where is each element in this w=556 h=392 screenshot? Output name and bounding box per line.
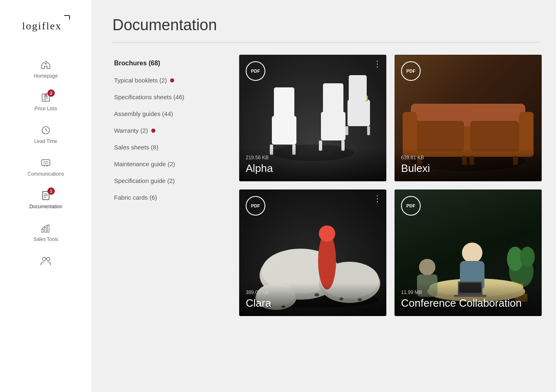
sidebar-item-documentation-label: Documentation	[29, 204, 63, 209]
home-icon	[40, 59, 52, 71]
filter-typical-booklets-label: Typical booklets (2)	[114, 77, 167, 84]
sidebar-item-price-lists-label: Price Lists	[34, 106, 57, 111]
sidebar-item-documentation[interactable]: 1 Documentation	[0, 183, 92, 216]
card-bulexi-name: Bulexi	[401, 162, 535, 175]
sidebar-item-communications[interactable]: Communications	[0, 151, 92, 183]
main-content: Documentation Brochures (68) Typical boo…	[92, 0, 556, 392]
sidebar-item-lead-time[interactable]: Lead Time	[0, 118, 92, 151]
filter-fabric-cards[interactable]: Fabric cards (6)	[112, 189, 227, 206]
typical-booklets-dot	[170, 78, 174, 82]
card-bulexi-info: 639.61 KB Bulexi	[395, 148, 542, 181]
card-bulexi[interactable]: PDF 639.61 KB Bulexi	[395, 55, 542, 181]
svg-rect-37	[323, 83, 343, 114]
sidebar-item-sales-tools[interactable]: Sales Tools	[0, 216, 92, 249]
sidebar-item-price-lists[interactable]: $ 2 Price Lists	[0, 85, 92, 118]
card-clara-filesize: 389.05 KB	[246, 290, 380, 295]
svg-rect-40	[345, 126, 348, 135]
card-conference-filesize: 11.99 MB	[401, 290, 535, 295]
page-title: Documentation	[112, 16, 540, 34]
price-lists-badge: 2	[47, 89, 55, 97]
card-alpha-menu[interactable]: ⋮	[373, 60, 381, 68]
warranty-dot	[151, 129, 155, 133]
doc-icon: 1	[40, 190, 52, 201]
cards-grid: PDF ⋮ 219.56 KB Alpha	[239, 55, 542, 316]
filter-sales-sheets-label: Sales sheets (8)	[114, 144, 158, 151]
sidebar-item-lead-time-label: Lead Time	[34, 138, 57, 144]
filter-spec-guide-label: Specification guide (2)	[114, 177, 175, 184]
card-clara-name: Clara	[246, 297, 380, 310]
logo: logiflex	[21, 8, 70, 40]
documentation-badge: 1	[47, 187, 55, 195]
svg-rect-28	[272, 116, 296, 145]
svg-rect-42	[349, 75, 367, 101]
svg-text:logiflex: logiflex	[22, 20, 62, 32]
divider	[112, 42, 540, 42]
card-bulexi-pdf-badge: PDF	[401, 61, 421, 81]
filter-maintenance-guide[interactable]: Maintenance guide (2)	[112, 156, 227, 172]
sidebar-nav: Homepage $ 2 Price Lists	[0, 53, 92, 276]
svg-point-3	[45, 63, 47, 65]
card-bulexi-filesize: 639.61 KB	[401, 155, 535, 160]
card-clara-pdf-badge: PDF	[246, 196, 265, 216]
card-alpha-name: Alpha	[246, 162, 380, 175]
svg-point-25	[43, 257, 46, 261]
filter-spec-sheets-label: Specifications sheets (46)	[114, 94, 184, 100]
filter-maintenance-guide-label: Maintenance guide (2)	[114, 160, 175, 167]
sidebar: logiflex Homepage	[0, 0, 92, 392]
card-alpha-pdf-badge: PDF	[246, 61, 265, 81]
svg-rect-24	[47, 225, 49, 232]
svg-line-12	[46, 130, 47, 131]
svg-point-64	[319, 225, 335, 242]
svg-rect-23	[45, 227, 46, 232]
svg-rect-41	[367, 126, 370, 135]
sales-icon	[40, 223, 52, 234]
card-conference[interactable]: PDF 11.99 MB Conference Collaboration	[395, 189, 542, 316]
filter-brochures[interactable]: Brochures (68)	[112, 55, 227, 72]
svg-rect-38	[348, 100, 370, 126]
filter-warranty-label: Warranty (2)	[114, 127, 148, 134]
filter-fabric-cards-label: Fabric cards (6)	[114, 194, 157, 201]
filter-warranty[interactable]: Warranty (2)	[112, 122, 227, 139]
users-icon	[40, 255, 52, 267]
card-clara-menu[interactable]: ⋮	[373, 194, 381, 203]
svg-point-26	[47, 257, 50, 261]
svg-point-76	[462, 243, 482, 263]
svg-text:$: $	[45, 94, 47, 96]
sidebar-item-homepage-label: Homepage	[34, 73, 58, 79]
content-layout: Brochures (68) Typical booklets (2) Spec…	[112, 55, 540, 316]
sidebar-item-homepage[interactable]: Homepage	[0, 53, 92, 85]
card-clara-info: 389.05 KB Clara	[239, 283, 386, 316]
card-conference-info: 11.99 MB Conference Collaboration	[395, 283, 542, 316]
card-conference-pdf-badge: PDF	[401, 196, 421, 216]
card-clara[interactable]: PDF ⋮ 389.05 KB Clara	[239, 189, 386, 316]
card-alpha[interactable]: PDF ⋮ 219.56 KB Alpha	[239, 55, 386, 181]
svg-rect-46	[415, 121, 464, 151]
sidebar-item-sales-tools-label: Sales Tools	[33, 236, 58, 242]
filter-spec-sheets[interactable]: Specifications sheets (46)	[112, 89, 227, 105]
comm-icon	[40, 157, 52, 169]
sidebar-item-communications-label: Communications	[27, 171, 64, 177]
clock-icon	[40, 125, 52, 136]
svg-rect-47	[470, 121, 519, 151]
card-alpha-info: 219.56 KB Alpha	[239, 148, 386, 181]
svg-rect-33	[321, 112, 345, 140]
svg-rect-32	[274, 87, 294, 118]
svg-rect-22	[42, 229, 43, 232]
filter-assembly-guides[interactable]: Assembly guides (44)	[112, 105, 227, 122]
filter-brochures-label: Brochures (68)	[114, 60, 160, 67]
svg-rect-13	[42, 160, 50, 165]
filter-spec-guide[interactable]: Specification guide (2)	[112, 172, 227, 189]
filter-typical-booklets[interactable]: Typical booklets (2)	[112, 72, 227, 89]
sidebar-item-users[interactable]	[0, 249, 92, 276]
filter-assembly-guides-label: Assembly guides (44)	[114, 110, 173, 117]
card-conference-name: Conference Collaboration	[401, 297, 535, 310]
filter-sales-sheets[interactable]: Sales sheets (8)	[112, 139, 227, 156]
price-list-icon: $ 2	[40, 92, 52, 103]
svg-point-71	[520, 247, 535, 267]
svg-point-81	[419, 259, 435, 275]
card-alpha-filesize: 219.56 KB	[246, 155, 380, 160]
filter-list: Brochures (68) Typical booklets (2) Spec…	[112, 55, 227, 316]
